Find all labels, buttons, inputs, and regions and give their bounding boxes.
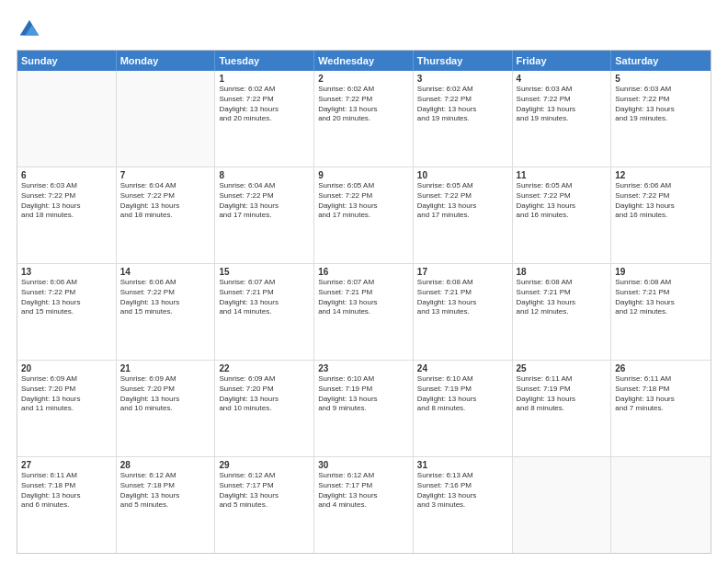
calendar: SundayMondayTuesdayWednesdayThursdayFrid… (17, 50, 711, 554)
day-number: 22 (219, 363, 310, 373)
calendar-cell: 29Sunrise: 6:12 AM Sunset: 7:17 PM Dayli… (215, 457, 314, 553)
calendar-cell: 12Sunrise: 6:06 AM Sunset: 7:22 PM Dayli… (611, 167, 711, 263)
day-number: 11 (517, 170, 608, 180)
day-info: Sunrise: 6:12 AM Sunset: 7:18 PM Dayligh… (120, 471, 211, 511)
calendar-row-4: 27Sunrise: 6:11 AM Sunset: 7:18 PM Dayli… (17, 456, 711, 553)
header-day-thursday: Thursday (414, 51, 513, 71)
day-info: Sunrise: 6:04 AM Sunset: 7:22 PM Dayligh… (219, 181, 310, 221)
day-number: 31 (417, 460, 508, 470)
calendar-cell: 31Sunrise: 6:13 AM Sunset: 7:16 PM Dayli… (414, 457, 513, 553)
day-info: Sunrise: 6:04 AM Sunset: 7:22 PM Dayligh… (120, 181, 211, 221)
day-number: 10 (417, 170, 508, 180)
day-number: 8 (219, 170, 310, 180)
calendar-cell: 11Sunrise: 6:05 AM Sunset: 7:22 PM Dayli… (513, 167, 612, 263)
calendar-cell: 2Sunrise: 6:02 AM Sunset: 7:22 PM Daylig… (314, 71, 414, 167)
calendar-cell: 7Sunrise: 6:04 AM Sunset: 7:22 PM Daylig… (117, 167, 216, 263)
day-info: Sunrise: 6:12 AM Sunset: 7:17 PM Dayligh… (219, 471, 310, 511)
day-number: 25 (517, 363, 608, 373)
day-number: 6 (21, 170, 112, 180)
day-number: 20 (21, 363, 112, 373)
day-number: 12 (615, 170, 707, 180)
calendar-cell: 17Sunrise: 6:08 AM Sunset: 7:21 PM Dayli… (414, 264, 513, 360)
day-info: Sunrise: 6:07 AM Sunset: 7:21 PM Dayligh… (318, 278, 409, 317)
day-number: 14 (120, 267, 211, 277)
calendar-row-1: 6Sunrise: 6:03 AM Sunset: 7:22 PM Daylig… (17, 167, 711, 263)
calendar-cell: 6Sunrise: 6:03 AM Sunset: 7:22 PM Daylig… (17, 167, 117, 263)
day-info: Sunrise: 6:05 AM Sunset: 7:22 PM Dayligh… (517, 181, 608, 221)
header-day-monday: Monday (117, 51, 216, 71)
day-info: Sunrise: 6:03 AM Sunset: 7:22 PM Dayligh… (615, 85, 707, 124)
calendar-cell: 9Sunrise: 6:05 AM Sunset: 7:22 PM Daylig… (314, 167, 414, 263)
calendar-cell: 24Sunrise: 6:10 AM Sunset: 7:19 PM Dayli… (414, 361, 513, 456)
calendar-row-3: 20Sunrise: 6:09 AM Sunset: 7:20 PM Dayli… (17, 360, 711, 456)
calendar-cell: 26Sunrise: 6:11 AM Sunset: 7:18 PM Dayli… (611, 361, 711, 456)
day-number: 9 (318, 170, 409, 180)
day-info: Sunrise: 6:06 AM Sunset: 7:22 PM Dayligh… (120, 278, 211, 317)
calendar-row-2: 13Sunrise: 6:06 AM Sunset: 7:22 PM Dayli… (17, 263, 711, 360)
day-number: 18 (517, 267, 608, 277)
day-number: 19 (615, 267, 707, 277)
day-number: 17 (417, 267, 508, 277)
calendar-cell: 10Sunrise: 6:05 AM Sunset: 7:22 PM Dayli… (414, 167, 513, 263)
calendar-cell: 28Sunrise: 6:12 AM Sunset: 7:18 PM Dayli… (117, 457, 216, 553)
day-number: 28 (120, 460, 211, 470)
logo (17, 17, 46, 42)
header-day-friday: Friday (513, 51, 612, 71)
day-number: 4 (517, 74, 608, 84)
calendar-row-0: 1Sunrise: 6:02 AM Sunset: 7:22 PM Daylig… (17, 71, 711, 167)
day-number: 1 (219, 74, 310, 84)
calendar-cell: 27Sunrise: 6:11 AM Sunset: 7:18 PM Dayli… (17, 457, 117, 553)
day-number: 26 (615, 363, 707, 373)
calendar-cell: 5Sunrise: 6:03 AM Sunset: 7:22 PM Daylig… (611, 71, 711, 167)
calendar-cell (513, 457, 612, 553)
day-number: 27 (21, 460, 112, 470)
day-number: 3 (417, 74, 508, 84)
calendar-cell: 21Sunrise: 6:09 AM Sunset: 7:20 PM Dayli… (117, 361, 216, 456)
day-number: 24 (417, 363, 508, 373)
day-info: Sunrise: 6:09 AM Sunset: 7:20 PM Dayligh… (219, 374, 310, 414)
day-info: Sunrise: 6:11 AM Sunset: 7:18 PM Dayligh… (21, 471, 112, 511)
calendar-cell: 19Sunrise: 6:08 AM Sunset: 7:21 PM Dayli… (611, 264, 711, 360)
day-number: 30 (318, 460, 409, 470)
calendar-cell: 20Sunrise: 6:09 AM Sunset: 7:20 PM Dayli… (17, 361, 117, 456)
calendar-cell: 1Sunrise: 6:02 AM Sunset: 7:22 PM Daylig… (215, 71, 314, 167)
day-number: 15 (219, 267, 310, 277)
day-info: Sunrise: 6:03 AM Sunset: 7:22 PM Dayligh… (21, 181, 112, 221)
header-day-saturday: Saturday (611, 51, 711, 71)
day-number: 7 (120, 170, 211, 180)
calendar-header: SundayMondayTuesdayWednesdayThursdayFrid… (17, 51, 711, 71)
day-info: Sunrise: 6:06 AM Sunset: 7:22 PM Dayligh… (615, 181, 707, 221)
day-number: 5 (615, 74, 707, 84)
day-info: Sunrise: 6:08 AM Sunset: 7:21 PM Dayligh… (615, 278, 707, 317)
day-info: Sunrise: 6:05 AM Sunset: 7:22 PM Dayligh… (417, 181, 508, 221)
calendar-cell (17, 71, 117, 167)
calendar-cell: 23Sunrise: 6:10 AM Sunset: 7:19 PM Dayli… (314, 361, 414, 456)
day-number: 2 (318, 74, 409, 84)
calendar-cell (117, 71, 216, 167)
day-info: Sunrise: 6:09 AM Sunset: 7:20 PM Dayligh… (21, 374, 112, 414)
day-info: Sunrise: 6:07 AM Sunset: 7:21 PM Dayligh… (219, 278, 310, 317)
calendar-cell: 8Sunrise: 6:04 AM Sunset: 7:22 PM Daylig… (215, 167, 314, 263)
calendar-cell: 25Sunrise: 6:11 AM Sunset: 7:19 PM Dayli… (513, 361, 612, 456)
calendar-cell: 30Sunrise: 6:12 AM Sunset: 7:17 PM Dayli… (314, 457, 414, 553)
day-info: Sunrise: 6:03 AM Sunset: 7:22 PM Dayligh… (517, 85, 608, 124)
day-info: Sunrise: 6:02 AM Sunset: 7:22 PM Dayligh… (318, 85, 409, 124)
day-info: Sunrise: 6:09 AM Sunset: 7:20 PM Dayligh… (120, 374, 211, 414)
day-info: Sunrise: 6:08 AM Sunset: 7:21 PM Dayligh… (417, 278, 508, 317)
day-info: Sunrise: 6:11 AM Sunset: 7:19 PM Dayligh… (517, 374, 608, 414)
day-info: Sunrise: 6:08 AM Sunset: 7:21 PM Dayligh… (517, 278, 608, 317)
header-day-tuesday: Tuesday (215, 51, 314, 71)
day-number: 13 (21, 267, 112, 277)
header-day-sunday: Sunday (17, 51, 117, 71)
header (17, 17, 711, 42)
day-info: Sunrise: 6:05 AM Sunset: 7:22 PM Dayligh… (318, 181, 409, 221)
day-info: Sunrise: 6:06 AM Sunset: 7:22 PM Dayligh… (21, 278, 112, 317)
day-info: Sunrise: 6:10 AM Sunset: 7:19 PM Dayligh… (318, 374, 409, 414)
calendar-cell: 16Sunrise: 6:07 AM Sunset: 7:21 PM Dayli… (314, 264, 414, 360)
calendar-body: 1Sunrise: 6:02 AM Sunset: 7:22 PM Daylig… (17, 71, 711, 553)
header-day-wednesday: Wednesday (314, 51, 414, 71)
day-number: 21 (120, 363, 211, 373)
day-info: Sunrise: 6:12 AM Sunset: 7:17 PM Dayligh… (318, 471, 409, 511)
day-info: Sunrise: 6:11 AM Sunset: 7:18 PM Dayligh… (615, 374, 707, 414)
calendar-cell: 14Sunrise: 6:06 AM Sunset: 7:22 PM Dayli… (117, 264, 216, 360)
